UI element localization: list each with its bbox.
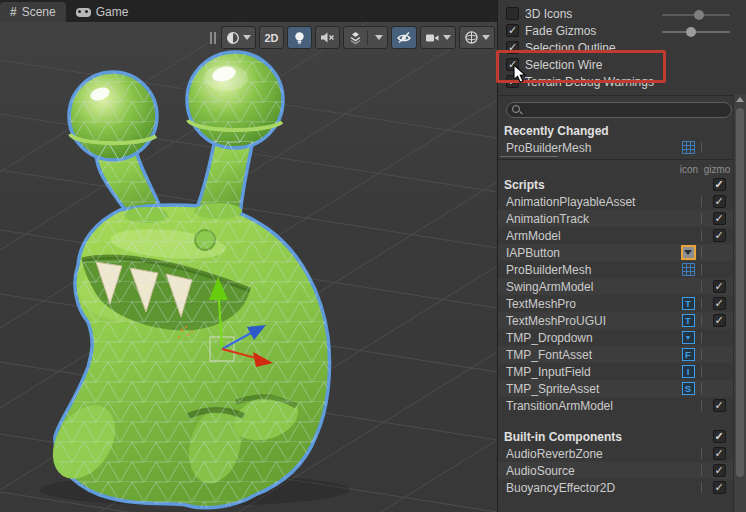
chevron-down-icon — [375, 35, 383, 40]
monster-model[interactable] — [40, 52, 350, 508]
chevron-down-icon — [443, 35, 451, 40]
2d-toggle-button[interactable]: 2D — [259, 26, 284, 49]
gizmo-checkbox[interactable]: ✓ — [713, 195, 726, 208]
tab-bar: # Scene Game — [0, 0, 497, 22]
list-item[interactable]: TextMeshProUGUI T ✓ — [498, 312, 733, 329]
2d-label: 2D — [264, 32, 278, 44]
list-item[interactable]: BuoyancyEffector2D ✓ — [498, 479, 733, 496]
list-item[interactable]: ProBuilderMesh — [498, 261, 733, 278]
probuilder-grid-icon[interactable] — [682, 263, 695, 276]
effects-layers-icon — [348, 31, 363, 45]
grid-hash-icon: # — [10, 5, 17, 19]
shading-mode-button[interactable] — [221, 26, 256, 49]
checkbox-selection-outline[interactable]: ✓ — [506, 41, 519, 54]
toggle-selection-outline[interactable]: ✓ Selection Outline — [498, 39, 746, 56]
column-headers: icon gizmo — [498, 162, 733, 176]
checkbox-selection-wire[interactable]: ✓ — [506, 58, 519, 71]
tab-game-label: Game — [96, 5, 129, 19]
tmp-letter-icon[interactable]: T — [682, 314, 695, 327]
scrollbar-thumb[interactable] — [736, 108, 744, 477]
fade-gizmos-slider[interactable] — [662, 31, 730, 33]
gizmo-checkbox[interactable]: ✓ — [713, 212, 726, 225]
gizmo-checkbox[interactable]: ✓ — [713, 399, 726, 412]
tmp-letter-icon[interactable]: I — [682, 365, 695, 378]
gizmo-checkbox[interactable]: ✓ — [713, 314, 726, 327]
tmp-letter-icon[interactable]: S — [682, 382, 695, 395]
gamepad-icon — [76, 8, 91, 17]
section-recently-changed: Recently Changed — [498, 122, 733, 139]
lighting-toggle-button[interactable] — [287, 26, 312, 49]
tab-scene[interactable]: # Scene — [0, 2, 66, 22]
effects-menu-button[interactable] — [343, 26, 388, 49]
3d-icons-size-slider[interactable] — [662, 14, 730, 16]
divider — [498, 159, 733, 160]
list-item[interactable]: AudioReverbZone ✓ — [498, 445, 733, 462]
tab-game[interactable]: Game — [66, 2, 139, 22]
iap-button-icon[interactable] — [681, 245, 696, 260]
camera-settings-button[interactable] — [420, 26, 456, 49]
search-icon — [512, 105, 521, 114]
gizmo-checkbox[interactable]: ✓ — [713, 280, 726, 293]
list-item[interactable]: IAPButton — [498, 244, 733, 261]
column-header-gizmo: gizmo — [701, 164, 733, 175]
camera-icon — [425, 32, 440, 44]
list-item[interactable]: TMP_FontAsset F — [498, 346, 733, 363]
list-item[interactable]: ProBuilderMesh — [498, 139, 733, 156]
tmp-letter-icon[interactable]: T — [682, 297, 695, 310]
chevron-down-icon — [482, 35, 490, 40]
section-scripts: Scripts ✓ — [498, 176, 733, 193]
list-item[interactable]: TextMeshPro T ✓ — [498, 295, 733, 312]
scene-3d-canvas[interactable] — [0, 22, 497, 512]
vertical-scrollbar[interactable] — [733, 94, 746, 512]
audio-muted-icon — [320, 31, 335, 44]
list-item[interactable]: TMP_InputField I — [498, 363, 733, 380]
scene-toolbar: 2D — [210, 26, 495, 49]
scene-view: # Scene Game — [0, 0, 497, 512]
gizmo-checkbox[interactable]: ✓ — [713, 464, 726, 477]
toggle-fade-gizmos[interactable]: ✓ Fade Gizmos — [498, 22, 746, 39]
gizmos-list: Recently Changed ProBuilderMesh icon giz… — [498, 122, 733, 512]
gizmo-checkbox[interactable]: ✓ — [713, 229, 726, 242]
gizmo-checkbox[interactable]: ✓ — [713, 481, 726, 494]
shaded-sphere-icon — [226, 31, 240, 45]
scene-visibility-button[interactable] — [391, 26, 417, 49]
toggle-selection-wire[interactable]: ✓ Selection Wire — [498, 56, 746, 73]
list-item[interactable]: TMP_Dropdown ▼ — [498, 329, 733, 346]
scene-viewport[interactable]: 2D — [0, 22, 497, 512]
eye-hidden-icon — [396, 31, 412, 44]
unity-editor: # Scene Game — [0, 0, 746, 512]
gizmos-search-input[interactable] — [506, 102, 732, 118]
tmp-letter-icon[interactable]: F — [682, 348, 695, 361]
light-bulb-icon — [293, 31, 306, 45]
list-item[interactable]: AnimationTrack ✓ — [498, 210, 733, 227]
checkbox-fade-gizmos[interactable]: ✓ — [506, 24, 519, 37]
list-item[interactable]: AnimationPlayableAsset ✓ — [498, 193, 733, 210]
toggle-terrain-debug-warnings[interactable]: ✓ Terrain Debug Warnings — [498, 73, 746, 90]
gizmos-dropdown-panel: 3D Icons ✓ Fade Gizmos ✓ Selection Outli… — [497, 0, 746, 512]
column-header-icon: icon — [677, 164, 701, 175]
chevron-down-icon — [243, 35, 251, 40]
selection-wireframe — [55, 52, 330, 508]
list-item[interactable]: TransitionArmModel ✓ — [498, 397, 733, 414]
checkbox-terrain-debug-warnings[interactable]: ✓ — [506, 75, 519, 88]
toolbar-drag-handle-icon[interactable] — [210, 32, 216, 44]
gizmo-checkbox[interactable]: ✓ — [713, 447, 726, 460]
section-built-in-components: Built-in Components ✓ — [498, 428, 733, 445]
checkbox-3d-icons[interactable] — [506, 7, 519, 20]
list-item[interactable]: AudioSource ✓ — [498, 462, 733, 479]
divider — [500, 156, 558, 157]
audio-toggle-button[interactable] — [315, 26, 340, 49]
tmp-dropdown-icon[interactable]: ▼ — [682, 331, 695, 344]
gizmos-menu-button[interactable] — [459, 26, 495, 49]
gizmo-checkbox[interactable]: ✓ — [713, 297, 726, 310]
built-in-gizmo-checkbox[interactable]: ✓ — [713, 430, 726, 443]
gizmo-sphere-icon — [464, 30, 479, 45]
tab-scene-label: Scene — [22, 5, 56, 19]
scripts-gizmo-checkbox[interactable]: ✓ — [713, 178, 726, 191]
probuilder-grid-icon[interactable] — [682, 141, 695, 154]
scroll-up-arrow-icon[interactable] — [736, 97, 744, 102]
list-item[interactable]: TMP_SpriteAsset S — [498, 380, 733, 397]
list-item[interactable]: ArmModel ✓ — [498, 227, 733, 244]
list-item[interactable]: SwingArmModel ✓ — [498, 278, 733, 295]
toggle-3d-icons[interactable]: 3D Icons — [498, 5, 746, 22]
